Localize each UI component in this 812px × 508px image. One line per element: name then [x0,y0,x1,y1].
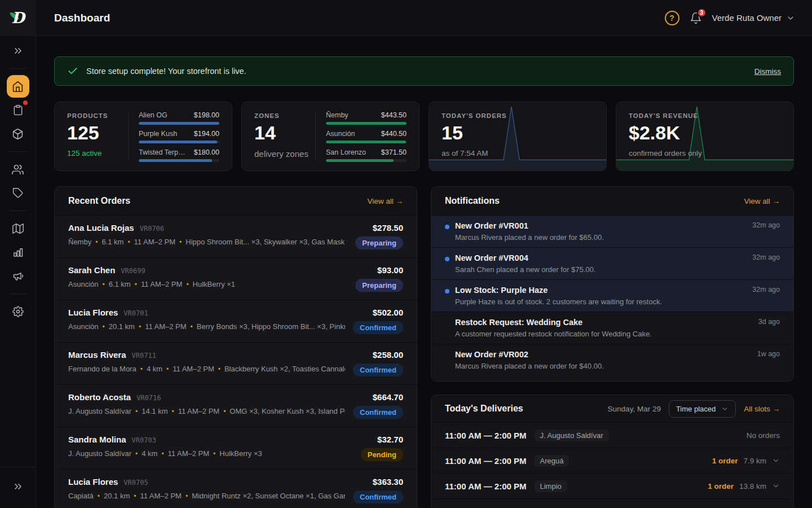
stat-label: PRODUCTS [67,112,126,119]
mini-list-item: Purple Kush $194.00 [139,130,219,143]
dismiss-link[interactable]: Dismiss [754,67,781,76]
customer-name: Ana Lucia Rojas [68,223,134,233]
orders-clipboard-icon [12,104,24,116]
order-row[interactable]: Sarah Chen VR0699 Asunción•6.1 km•11 AM–… [55,257,417,300]
zone-chip: J. Augusto Saldívar [535,430,609,441]
panel-title: Recent Orders [68,196,130,206]
notification-time: 32m ago [752,221,780,242]
sidebar-item-zones[interactable] [7,217,29,240]
sidebar-item-orders[interactable] [7,99,29,121]
order-row[interactable]: Lucia Flores VR0701 Asunción•20.1 km•11 … [55,300,417,342]
notifications-button[interactable]: 3 [690,12,702,24]
order-status-badge: Confirmed [353,491,403,503]
order-meta: Fernando de la Mora•4 km•11 AM–2 PM•Blac… [68,365,345,373]
order-total: $363.30 [373,477,403,487]
mini-bar-track [326,122,407,125]
mini-list-item: Ñemby $443.50 [326,111,407,125]
mini-bar-track [139,159,219,162]
panel-title: Today's Deliveries [445,404,523,414]
order-total: $502.00 [373,308,403,317]
mini-bar-track [326,159,407,162]
mini-bar-fill [139,141,217,143]
slot-distance: 13.8 km [739,482,766,491]
order-status-badge: Preparing [355,279,403,292]
zone-chip: Areguá [535,455,570,467]
sidebar [0,36,36,508]
mini-list-item: Alien OG $198.00 [139,111,219,125]
mini-bar-track [139,141,219,143]
unread-dot [445,289,449,294]
notification-time: 1w ago [757,350,780,370]
chevron-down-icon[interactable] [772,482,780,490]
products-stat-card: PRODUCTS 125 125 active Alien OG $198.00… [54,102,232,171]
notification-description: A customer requested restock notificatio… [455,330,752,338]
delivery-slot-row[interactable]: 11:00 AM — 2:00 PM Areguá 1 order7.9 km [431,448,793,473]
chevron-down-icon[interactable] [772,457,780,465]
sidebar-item-marketing[interactable] [7,265,29,287]
sidebar-item-settings[interactable] [7,300,29,323]
notification-time: 32m ago [752,253,780,274]
all-slots-link[interactable]: All slots → [744,405,780,413]
customer-name: Marcus Rivera [68,350,126,360]
sidebar-expand-button[interactable] [7,40,29,62]
delivery-slot-row[interactable]: 11:00 AM — 2:00 PM Limpio 1 order13.8 km [431,473,793,498]
notification-title: New Order #VR004 [455,253,745,262]
todays-deliveries-panel: Today's Deliveries Sunday, Mar 29 Time p… [431,395,794,508]
notification-row[interactable]: Restock Request: Wedding Cake A customer… [431,312,793,344]
chevron-down-icon [721,405,729,413]
sidebar-item-customers[interactable] [7,158,29,181]
sidebar-item-products[interactable] [7,122,29,145]
sidebar-item-analytics[interactable] [7,241,29,264]
customer-name: Sandra Molina [68,435,126,444]
notification-row[interactable]: New Order #VR004 Sarah Chen placed a new… [431,247,793,279]
banner-message: Store setup complete! Your storefront is… [86,67,246,76]
delivery-slot-row[interactable] [431,498,793,508]
mini-bar-fill [326,141,406,143]
order-meta: Capiatá•20.1 km•11 AM–2 PM•Midnight Runt… [68,492,345,500]
help-icon[interactable]: ? [665,11,679,25]
notification-row[interactable]: Low Stock: Purple Haze Purple Haze is ou… [431,279,793,312]
user-menu[interactable]: Verde Ruta Owner [712,13,795,23]
mini-item-name: San Lorenzo [326,148,366,156]
order-row[interactable]: Sandra Molina VR0703 J. Augusto Saldívar… [55,427,417,469]
order-status-badge: Pending [361,448,403,461]
unread-dot [445,257,449,261]
mini-item-price: $371.50 [381,148,407,156]
sidebar-item-dashboard[interactable] [7,75,29,98]
order-row[interactable]: Lucia Flores VR0705 Capiatá•20.1 km•11 A… [55,469,417,508]
sidebar-expand-bottom-button[interactable] [7,475,29,498]
mini-list-item: Twisted Terps 8ml... $180.00 [139,148,219,162]
check-icon [67,65,78,77]
recent-orders-panel: Recent Orders View all → Ana Lucia Rojas… [54,186,417,508]
todays-orders-stat-card: TODAY'S ORDERS 15 as of 7:54 AM [429,102,607,171]
sidebar-item-tags[interactable] [7,182,29,204]
order-row[interactable]: Marcus Rivera VR0711 Fernando de la Mora… [55,342,417,384]
stats-row: PRODUCTS 125 125 active Alien OG $198.00… [54,102,794,171]
slot-time: 11:00 AM — 2:00 PM [445,481,527,491]
settings-icon [12,306,24,317]
order-meta: J. Augusto Saldívar•4 km•11 AM–2 PM•Hulk… [68,449,353,458]
notifications-view-all-link[interactable]: View all → [744,197,780,205]
success-banner: Store setup complete! Your storefront is… [54,56,794,86]
delivery-slot-row[interactable]: 11:00 AM — 2:00 PM J. Augusto Saldívar N… [431,422,793,448]
notification-title: New Order #VR002 [455,350,751,359]
order-total: $258.00 [373,350,403,360]
order-row[interactable]: Ana Lucia Rojas VR0706 Ñemby•6.1 km•11 A… [55,215,417,257]
page-title: Dashboard [54,12,110,24]
notification-row[interactable]: New Order #VR002 Marcus Rivera placed a … [431,344,793,376]
stat-label: ZONES [254,112,313,119]
app-logo[interactable]: D [0,0,36,36]
notification-title: Restock Request: Wedding Cake [455,318,752,327]
mini-list-item: Asunción $440.50 [326,130,407,143]
order-id: VR0711 [132,352,156,360]
order-row[interactable]: Roberto Acosta VR0716 J. Augusto Saldíva… [55,384,417,427]
home-icon [12,81,24,93]
chevrons-right-icon [12,481,24,492]
stat-value: 125 [67,122,126,144]
orders-view-all-link[interactable]: View all → [367,197,403,205]
notification-row[interactable]: New Order #VR001 Marcus Rivera placed a … [431,215,793,247]
sort-select[interactable]: Time placed [669,400,736,418]
notifications-panel: Notifications View all → New Order #VR00… [431,186,794,382]
stat-value: $2.8K [629,122,702,144]
slot-time: 11:00 AM — 2:00 PM [445,456,527,466]
